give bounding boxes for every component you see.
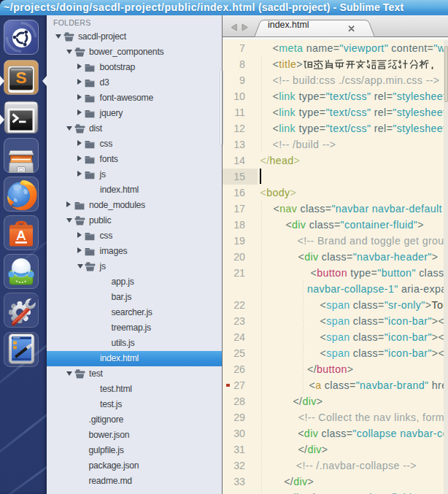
svg-text:S: S [15,69,26,87]
svg-text:A: A [16,228,26,243]
